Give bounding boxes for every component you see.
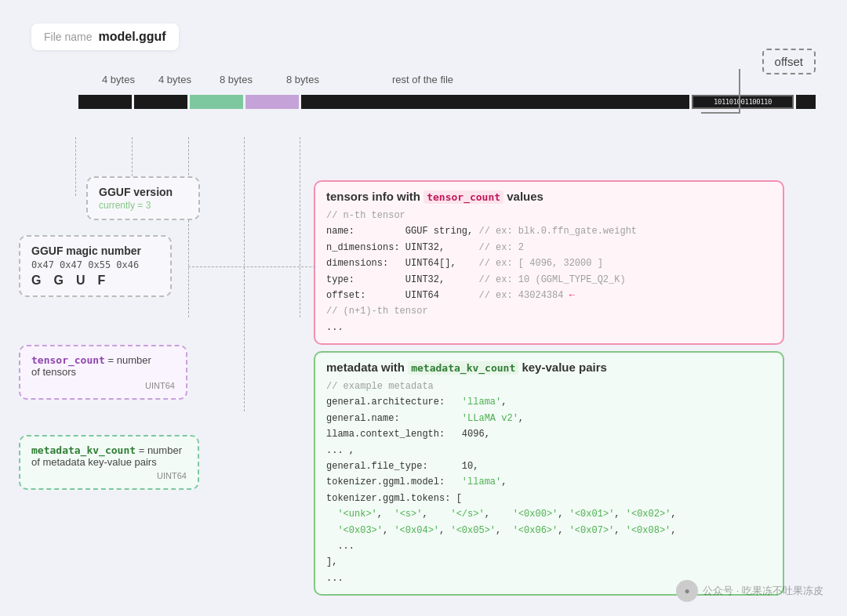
md-line-8: '<unk>', '<s>', '</s>', '<0x00>', '<0x01…	[326, 506, 772, 522]
ti-line-1: name: GGUF string, // ex: blk.0.ffn_gate…	[326, 223, 772, 239]
md-line-11: ],	[326, 554, 772, 570]
tensor-count-uint64: UINT64	[31, 381, 175, 390]
byte-label-1: 4 bytes	[102, 74, 135, 85]
tensors-info-box: tensors info with tensor_count values //…	[314, 180, 784, 345]
drop-line-2	[132, 137, 133, 180]
tensors-info-title: tensors info with tensor_count values	[326, 190, 772, 203]
bar-seg-version	[134, 95, 187, 109]
offset-label: offset	[775, 55, 803, 68]
md-line-0: // example metadata	[326, 379, 772, 394]
byte-label-2: 4 bytes	[158, 74, 191, 85]
md-line-7: tokenizer.ggml.tokens: [	[326, 491, 772, 506]
byte-label-4: 8 bytes	[286, 74, 319, 85]
metadata-title-mono: metadata_kv_count	[408, 361, 518, 375]
tensor-count-eq: = number	[108, 354, 151, 366]
md-line-6: tokenizer.ggml.model: 'llama',	[326, 474, 772, 490]
offset-hline	[701, 112, 740, 114]
drop-line-3	[188, 137, 190, 317]
magic-f: F	[97, 274, 105, 288]
magic-hex: 0x47 0x47 0x55 0x46	[31, 259, 159, 270]
metadata-title-plain: metadata with	[326, 361, 408, 374]
gguf-version-title: GGUF version	[99, 186, 187, 198]
tensor-count-text: tensor_count = number of tensors	[31, 354, 175, 378]
offset-box: offset	[762, 49, 816, 74]
ti-line-4: type: UINT32, // ex: 10 (GGML_TYPE_Q2_K)	[326, 272, 772, 288]
wm-icon: ●	[676, 580, 698, 602]
metadata-code: // example metadata general.architecture…	[326, 379, 772, 586]
offset-vline	[739, 69, 740, 112]
magic-g1: G	[31, 274, 41, 288]
md-line-1: general.architecture: 'llama',	[326, 394, 772, 410]
md-line-3: llama.context_length: 4096,	[326, 426, 772, 442]
magic-title: GGUF magic number	[31, 245, 159, 257]
ti-line-7: ...	[326, 320, 772, 335]
tensors-info-title-end: values	[507, 190, 543, 203]
magic-u: U	[76, 274, 85, 288]
metadata-title-end: key-value pairs	[522, 361, 606, 374]
wm-text: 公众号 · 吃果冻不吐果冻皮	[703, 584, 823, 598]
bits-text: 101101001100110	[714, 98, 772, 106]
tensors-info-code: // n-th tensor name: GGUF string, // ex:…	[326, 208, 772, 335]
metadata-kv-uint64: UINT64	[31, 471, 187, 480]
metadata-kv-eq: = number	[139, 444, 182, 456]
metadata-kv-mono: metadata_kv_count	[31, 444, 136, 456]
drop-line-1	[75, 137, 77, 196]
metadata-kv-text: metadata_kv_count = number of metadata k…	[31, 444, 187, 468]
gguf-version-box: GGUF version currently = 3	[86, 176, 200, 220]
tensor-count-box: tensor_count = number of tensors UINT64	[19, 345, 187, 400]
drop-line-4	[244, 137, 245, 411]
ti-line-3: dimensions: UINT64[], // ex: [ 4096, 320…	[326, 255, 772, 271]
metadata-box: metadata with metadata_kv_count key-valu…	[314, 351, 784, 596]
md-line-5: general.file_type: 10,	[326, 458, 772, 474]
metadata-title: metadata with metadata_kv_count key-valu…	[326, 361, 772, 374]
filename-label: File name	[44, 31, 92, 43]
tensor-count-of: of tensors	[31, 366, 76, 378]
ti-line-5: offset: UINT64 // ex: 43024384 ←	[326, 288, 772, 303]
ti-line-6: // (n+1)-th tensor	[326, 303, 772, 319]
hline-to-tensors	[188, 266, 315, 268]
bar-seg-tensor-count	[190, 95, 243, 109]
bar-seg-kv-count	[245, 95, 299, 109]
md-line-4: ... ,	[326, 443, 772, 458]
bar-seg-magic	[78, 95, 132, 109]
magic-letters: G G U F	[31, 274, 159, 288]
byte-label-3: 8 bytes	[220, 74, 253, 85]
metadata-kv-of: of metadata key-value pairs	[31, 456, 157, 468]
magic-g2: G	[53, 274, 63, 288]
drop-line-5	[300, 137, 301, 317]
ti-line-0: // n-th tensor	[326, 208, 772, 223]
bar-seg-end	[796, 95, 816, 109]
tensors-info-title-mono: tensor_count	[424, 190, 503, 204]
watermark: ● 公众号 · 吃果冻不吐果冻皮	[676, 580, 823, 602]
md-line-10: ...	[326, 538, 772, 554]
rest-label: rest of the file	[392, 74, 453, 85]
ti-line-2: n_dimensions: UINT32, // ex: 2	[326, 240, 772, 255]
filename-badge: File name model.gguf	[31, 24, 179, 50]
md-line-9: '<0x03>', '<0x04>', '<0x05>', '<0x06>', …	[326, 523, 772, 538]
tensor-count-mono: tensor_count	[31, 354, 105, 366]
gguf-version-sub: currently = 3	[99, 200, 187, 211]
metadata-kv-count-box: metadata_kv_count = number of metadata k…	[19, 435, 199, 490]
bar-seg-bits: 101101001100110	[692, 95, 794, 109]
bar-seg-rest	[301, 95, 689, 109]
tensors-info-title-plain: tensors info with	[326, 190, 424, 203]
filename-value: model.gguf	[98, 30, 165, 44]
md-line-2: general.name: 'LLaMA v2',	[326, 411, 772, 426]
magic-number-box: GGUF magic number 0x47 0x47 0x55 0x46 G …	[19, 235, 172, 297]
